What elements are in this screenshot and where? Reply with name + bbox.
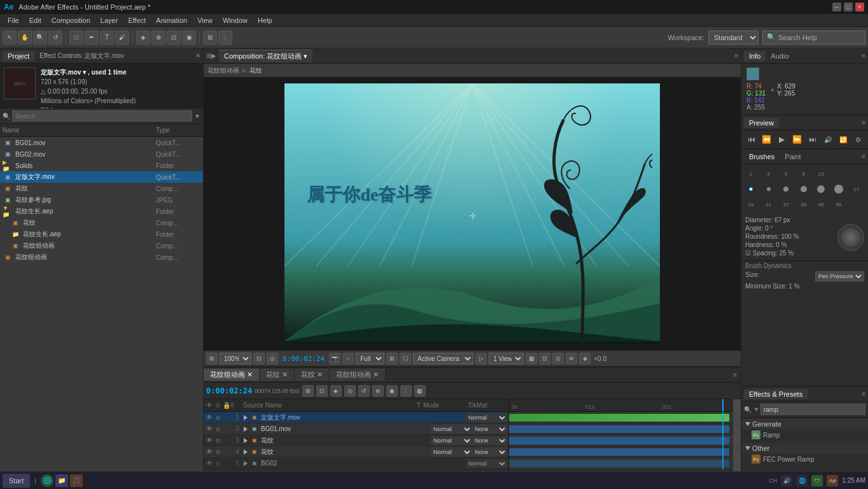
prev-loop[interactable]: 🔁 — [837, 133, 850, 146]
file-item-huawen-ref[interactable]: ▣ 花纹参考.jpg JPEG — [0, 194, 203, 206]
layer-1-solo[interactable]: ⊙ — [214, 415, 223, 421]
brush-size-5[interactable]: 5 — [779, 167, 793, 181]
tl-btn-6[interactable]: ⊕ — [372, 385, 384, 397]
breadcrumb-comp1[interactable]: 花纹组动画 — [207, 66, 239, 75]
brush-size-17[interactable]: 17 — [849, 182, 863, 196]
tab-info[interactable]: Info — [744, 51, 766, 61]
brush-dot-3[interactable] — [762, 182, 776, 196]
comp-render-btn[interactable]: ○ — [342, 353, 354, 364]
taskbar-folder-icon[interactable]: 📁 — [55, 474, 68, 487]
file-item-huawen-aep[interactable]: ▼ 📁 花纹生长.aep Folder — [0, 206, 203, 217]
resolution-select[interactable]: FullHalfQuarter — [356, 353, 384, 364]
file-item-dingban[interactable]: ▣ 定版文字.mov QuickT... — [0, 171, 203, 183]
toolbar-shape-tool[interactable]: □ — [69, 31, 83, 45]
menu-window[interactable]: Window — [218, 15, 253, 25]
menu-animation[interactable]: Animation — [151, 15, 192, 25]
tab-brushes[interactable]: Brushes — [744, 152, 780, 162]
start-button[interactable]: Start — [3, 474, 30, 488]
comp-btn-6[interactable]: ▦ — [526, 353, 537, 364]
layer-3-visibility[interactable]: 👁 — [205, 437, 214, 444]
tab-audio[interactable]: Audio — [766, 51, 794, 61]
toolbar-rotate-tool[interactable]: ↺ — [48, 31, 62, 45]
playhead[interactable] — [722, 399, 724, 411]
brush-num-19[interactable]: 19 — [744, 197, 758, 211]
layer-2-name[interactable]: BG01.mov — [261, 425, 431, 432]
ae-tray-icon[interactable]: Ae — [827, 475, 838, 486]
brush-dot-9[interactable] — [797, 182, 811, 196]
layer-2-trkmat[interactable]: None — [472, 425, 507, 434]
file-item-huawenzudonghua2[interactable]: ▣ 花纹组动画 Comp... — [0, 252, 203, 263]
file-item-huawen1[interactable]: ▣ 花纹 Comp... — [0, 183, 203, 194]
tray-icon-3[interactable]: 🛡 — [811, 475, 823, 486]
tab-effect-controls[interactable]: Effect Controls: 定版文字.mov — [34, 50, 129, 62]
brush-dot-13[interactable] — [814, 182, 828, 196]
file-item-solids[interactable]: ▶ 📁 Solids Folder — [0, 160, 203, 171]
brush-size-select[interactable]: Pen Pressure — [815, 271, 864, 281]
file-item-huawen-shengchang[interactable]: 📁 花纹生长.aep Folder — [0, 229, 203, 240]
tab-preview[interactable]: Preview — [744, 118, 779, 128]
menu-layer[interactable]: Layer — [95, 15, 123, 25]
project-search-input[interactable] — [12, 110, 192, 122]
menu-view[interactable]: View — [192, 15, 218, 25]
menu-help[interactable]: Help — [253, 15, 277, 25]
layer-row-1[interactable]: 👁 ⊙ 1 ▣ 定版文字.mov Normal — [204, 412, 508, 423]
brush-dot-1[interactable] — [744, 182, 758, 196]
layer-3-trkmat[interactable]: None — [472, 436, 507, 445]
minimize-button[interactable]: ─ — [832, 3, 841, 11]
effects-group-other-header[interactable]: Other — [741, 443, 868, 453]
workspace-select[interactable]: Standard Minimal All Panels — [708, 31, 759, 45]
toolbar-grid[interactable]: ⋮ — [218, 31, 232, 45]
search-dropdown[interactable]: ▼ — [194, 113, 200, 120]
menu-file[interactable]: File — [3, 15, 24, 25]
layer-row-2[interactable]: 👁 ⊙ 2 ▣ BG01.mov Normal None — [204, 423, 508, 435]
comp-btn-9[interactable]: ≋ — [566, 353, 577, 364]
comp-camera-btn[interactable]: 📷 — [329, 353, 340, 364]
brush-dot-5[interactable] — [779, 182, 793, 196]
brush-size-1[interactable]: 1 — [744, 167, 758, 181]
toolbar-btn-1[interactable]: ◈ — [136, 31, 150, 45]
layer-4-expand[interactable] — [243, 450, 249, 455]
layer-row-4[interactable]: 👁 ⊙ 4 ▣ 花纹 Normal None — [204, 446, 508, 458]
preview-panel-menu[interactable]: ≡ — [862, 119, 865, 126]
taskbar-ie-icon[interactable]: 🌐 — [41, 474, 53, 487]
comp-btn-3[interactable]: ⊞ — [386, 353, 398, 364]
layer-3-solo[interactable]: ⊙ — [214, 437, 223, 444]
file-item-bg01[interactable]: ▣ BG01.mov QuickT... — [0, 137, 203, 148]
layer-5-expand[interactable] — [243, 461, 249, 466]
comp-tab-active[interactable]: Composition: 花纹组动画 ▾ — [219, 50, 312, 62]
layer-2-visibility[interactable]: 👁 — [205, 425, 214, 432]
effects-item-ramp[interactable]: Fx Ramp — [741, 429, 868, 441]
toolbar-btn-4[interactable]: ◉ — [182, 31, 196, 45]
search-help-input[interactable] — [778, 34, 861, 41]
comp-btn-8[interactable]: ◎ — [552, 353, 564, 364]
maximize-button[interactable]: □ — [844, 3, 853, 11]
tl-btn-3[interactable]: ◈ — [330, 385, 342, 397]
brush-size-13[interactable]: 13 — [814, 167, 828, 181]
brush-size-9[interactable]: 9 — [797, 167, 811, 181]
brush-num-27[interactable]: 27 — [779, 197, 793, 211]
tl-btn-7[interactable]: ◉ — [386, 385, 398, 397]
layer-5-mode[interactable]: Normal — [466, 459, 507, 468]
layer-4-visibility[interactable]: 👁 — [205, 448, 214, 455]
layer-4-name[interactable]: 花纹 — [261, 448, 431, 457]
layer-3-expand[interactable] — [243, 438, 249, 443]
tab-effects-presets[interactable]: Effects & Presets — [744, 389, 808, 399]
menu-composition[interactable]: Composition — [46, 15, 95, 25]
layer-4-trkmat[interactable]: None — [472, 448, 507, 457]
close-button[interactable]: ✕ — [855, 3, 864, 11]
toolbar-snapping[interactable]: ⊞ — [203, 31, 217, 45]
toolbar-brush-tool[interactable]: 🖌 — [115, 31, 129, 45]
layer-2-solo[interactable]: ⊙ — [214, 426, 223, 432]
brush-dot-17[interactable] — [832, 182, 846, 196]
effects-group-generate-header[interactable]: Generate — [741, 419, 868, 429]
timeline-timecode[interactable]: 0:00:02:24 — [206, 386, 252, 395]
tl-btn-4[interactable]: ◎ — [344, 385, 356, 397]
brush-num-65[interactable]: 65 — [832, 197, 846, 211]
prev-play[interactable]: ▶ — [776, 133, 788, 146]
timeline-tab-1[interactable]: 花纹组动画 ✕ — [204, 369, 260, 381]
zoom-select[interactable]: 100%50%200% — [220, 353, 251, 364]
menu-effect[interactable]: Effect — [123, 15, 151, 25]
tray-icon-2[interactable]: 🌐 — [796, 475, 808, 486]
comp-panel-menu[interactable]: ≡ — [734, 52, 738, 59]
taskbar-media-icon[interactable]: 🎵 — [70, 474, 83, 487]
